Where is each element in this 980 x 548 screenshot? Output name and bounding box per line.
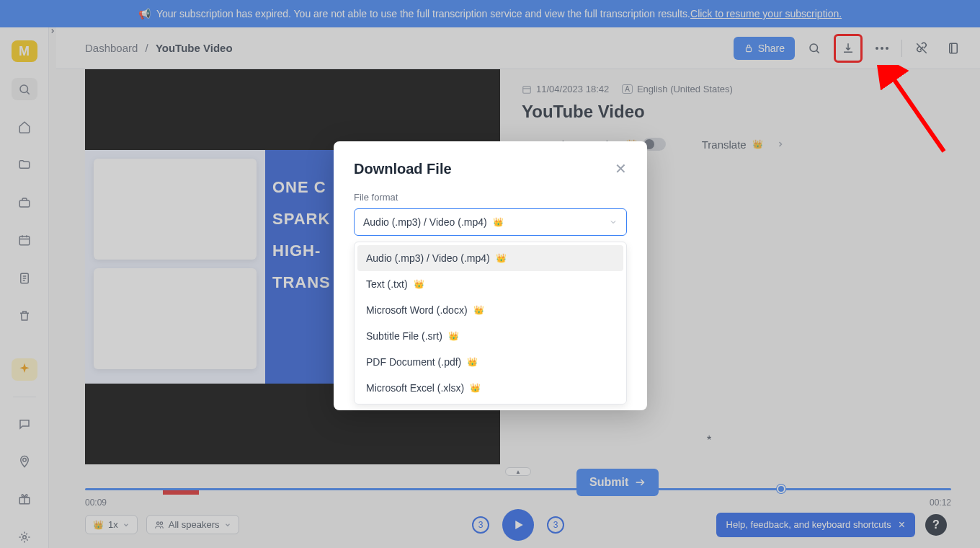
chevron-down-icon [609, 218, 618, 226]
format-option[interactable]: PDF Document (.pdf)👑 [357, 349, 623, 375]
file-format-select[interactable]: Audio (.mp3) / Video (.mp4) 👑 [354, 208, 627, 236]
modal-title: Download File [354, 161, 452, 177]
crown-icon: 👑 [493, 217, 504, 227]
format-option[interactable]: Audio (.mp3) / Video (.mp4)👑 [357, 245, 623, 271]
format-option[interactable]: Subtitle File (.srt)👑 [357, 323, 623, 349]
format-option[interactable]: Text (.txt)👑 [357, 271, 623, 297]
crown-icon: 👑 [496, 253, 507, 263]
crown-icon: 👑 [470, 383, 481, 393]
file-format-dropdown: Audio (.mp3) / Video (.mp4)👑 Text (.txt)… [354, 242, 627, 405]
format-option[interactable]: Microsoft Excel (.xlsx)👑 [357, 375, 623, 401]
format-option[interactable]: Microsoft Word (.docx)👑 [357, 297, 623, 323]
crown-icon: 👑 [473, 305, 484, 315]
crown-icon: 👑 [414, 279, 424, 289]
download-file-modal: Download File ✕ File format Audio (.mp3)… [334, 141, 647, 410]
file-format-label: File format [354, 192, 627, 203]
crown-icon: 👑 [467, 357, 478, 367]
close-icon[interactable]: ✕ [615, 160, 627, 177]
crown-icon: 👑 [448, 331, 459, 341]
